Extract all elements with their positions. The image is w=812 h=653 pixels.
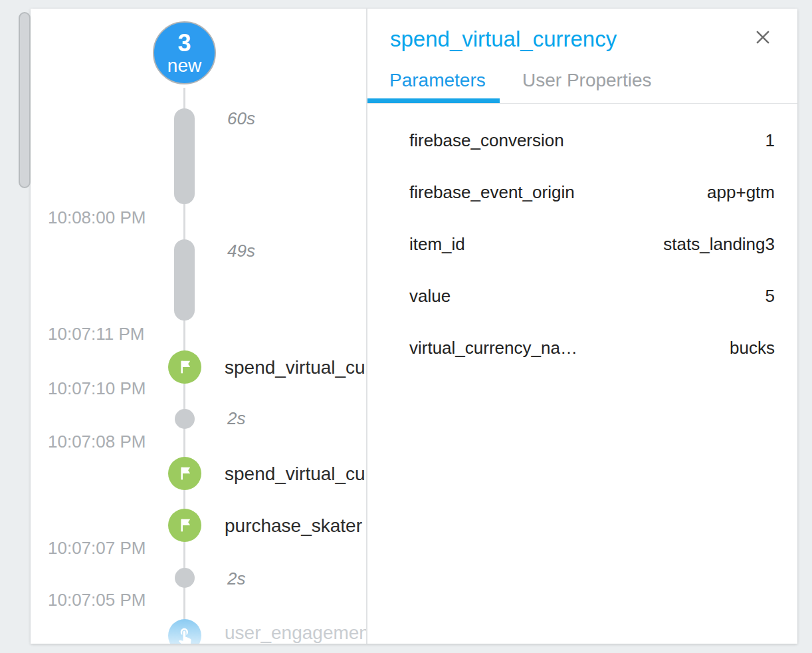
parameter-key: item_id bbox=[409, 234, 465, 255]
new-events-badge[interactable]: 3 new bbox=[153, 21, 216, 84]
parameter-row: value 5 bbox=[367, 270, 797, 322]
parameter-row: item_id stats_landing3 bbox=[367, 218, 797, 270]
pause-duration-label: 2s bbox=[227, 408, 245, 429]
active-tab-underline bbox=[367, 98, 500, 103]
pause-dot bbox=[175, 409, 195, 429]
flag-icon[interactable] bbox=[168, 457, 201, 490]
timestamp: 10:07:05 PM bbox=[48, 590, 181, 610]
close-icon[interactable] bbox=[752, 26, 774, 49]
timestamp: 10:08:00 PM bbox=[48, 207, 181, 228]
parameter-row: firebase_event_origin app+gtm bbox=[367, 166, 797, 218]
timestamp: 10:07:07 PM bbox=[48, 538, 181, 559]
event-name: user_engagement bbox=[225, 622, 366, 644]
debugview-panel: 3 new 60s 49s 10:08:00 PM 10:07:11 PM 10… bbox=[31, 9, 797, 644]
event-detail-title: spend_virtual_currency bbox=[390, 27, 617, 52]
badge-label: new bbox=[167, 56, 201, 76]
scrollbar-thumb[interactable] bbox=[19, 12, 31, 188]
pause-dot bbox=[175, 568, 195, 588]
parameter-value: 1 bbox=[765, 130, 775, 151]
tab-parameters[interactable]: Parameters bbox=[389, 70, 486, 91]
gap-duration-label: 49s bbox=[227, 241, 255, 261]
badge-count: 3 bbox=[177, 31, 191, 56]
flag-icon[interactable] bbox=[168, 350, 201, 384]
timestamp: 10:07:10 PM bbox=[48, 378, 181, 399]
parameter-row: firebase_conversion 1 bbox=[367, 114, 797, 166]
gap-duration-label: 60s bbox=[227, 108, 255, 129]
parameter-key: firebase_conversion bbox=[409, 130, 564, 151]
touch-icon[interactable] bbox=[168, 619, 201, 644]
parameter-key: virtual_currency_na… bbox=[409, 338, 577, 358]
parameter-value: 5 bbox=[765, 286, 775, 307]
parameter-value: stats_landing3 bbox=[663, 234, 775, 255]
parameter-value: bucks bbox=[730, 338, 775, 358]
timestamp: 10:07:11 PM bbox=[48, 324, 181, 344]
parameter-row: virtual_currency_na… bucks bbox=[367, 322, 797, 374]
detail-header: spend_virtual_currency Parameters User P… bbox=[367, 9, 797, 104]
event-name[interactable]: spend_virtual_curr bbox=[225, 357, 366, 378]
tab-user-properties[interactable]: User Properties bbox=[522, 70, 652, 91]
event-name[interactable]: purchase_skater bbox=[225, 515, 362, 537]
parameter-list: firebase_conversion 1 firebase_event_ori… bbox=[367, 104, 797, 374]
timestamp: 10:07:08 PM bbox=[48, 432, 181, 452]
pause-duration-label: 2s bbox=[227, 569, 245, 589]
session-gap-capsule bbox=[174, 239, 195, 321]
parameter-key: firebase_event_origin bbox=[409, 182, 575, 203]
parameter-value: app+gtm bbox=[707, 182, 775, 203]
session-gap-capsule bbox=[174, 108, 195, 204]
event-name[interactable]: spend_virtual_curr bbox=[225, 463, 366, 485]
event-timeline: 3 new 60s 49s 10:08:00 PM 10:07:11 PM 10… bbox=[31, 9, 366, 644]
flag-icon[interactable] bbox=[168, 509, 201, 542]
event-detail-panel: spend_virtual_currency Parameters User P… bbox=[366, 9, 797, 644]
parameter-key: value bbox=[409, 286, 451, 307]
